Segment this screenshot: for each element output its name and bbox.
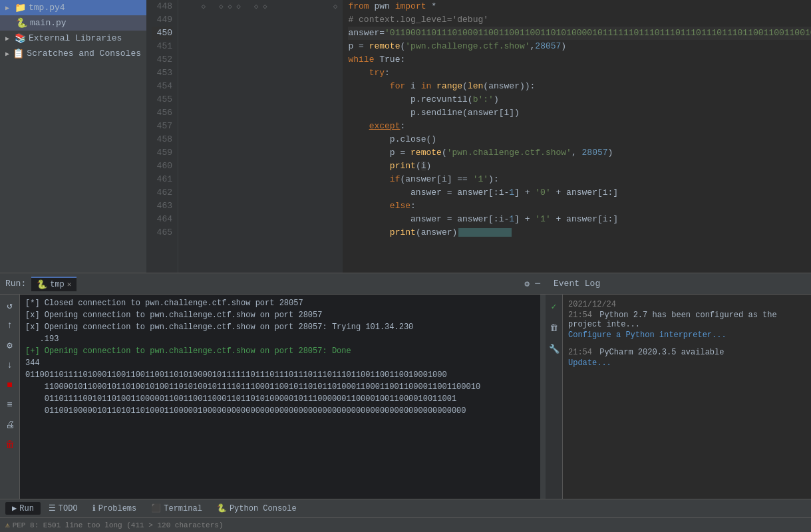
- output-line: 344: [25, 357, 535, 369]
- output-line: 0110010000010110101101000110000010000000…: [25, 405, 535, 417]
- event-entry: 2021/12/24 21:54 Python 2.7 has been con…: [568, 300, 806, 340]
- sidebar-item-scratches[interactable]: ▶ 📋 Scratches and Consoles: [0, 46, 146, 61]
- code-line-461: if(answer[i] == '1'):: [348, 173, 811, 186]
- terminal-icon: ⬛: [151, 503, 161, 513]
- gutter-item: [298, 3, 303, 11]
- code-text: answer = answer[:i-1] + '1' + answer[i:]: [348, 213, 618, 226]
- event-row: 21:54 Python 2.7 has been configured as …: [568, 311, 806, 329]
- run-body: ↺ ↑ ⚙ ↓ ■ ≡ 🖨 🗑 [*] Closed connection to…: [0, 295, 546, 499]
- code-line-450: answer='01100011011101000110011001100110…: [348, 27, 811, 40]
- sidebar-item-label: main.py: [30, 18, 67, 28]
- run-header-icons: ⚙ ─: [524, 279, 540, 289]
- code-text: from pwn import *: [348, 0, 436, 13]
- python-icon: 🐍: [37, 279, 47, 290]
- output-line: 0110111100101101001100000110011001100011…: [25, 393, 535, 405]
- sidebar: ▶ 📁 tmp.py4 🐍 main.py ▶ 📚 External Libra…: [0, 0, 146, 273]
- gutter-item: [245, 3, 250, 11]
- sidebar-item-tmp-py4[interactable]: ▶ 📁 tmp.py4: [0, 0, 146, 15]
- gutter-item: ◇: [228, 3, 232, 11]
- line-number: 465: [152, 226, 172, 239]
- code-text: answer = answer[:i-1] + '0' + answer[i:]: [348, 186, 618, 200]
- delete-button[interactable]: 🗑: [2, 437, 18, 453]
- code-line-458: p.close(): [348, 133, 811, 146]
- line-number: 462: [152, 186, 172, 200]
- output-line: 1100001011000101101001010011010100101111…: [25, 381, 535, 393]
- status-bar: ⚠ PEP 8: E501 line too long (411 > 120 c…: [0, 517, 811, 532]
- gutter-item: [307, 3, 311, 11]
- code-line-460: print(i): [348, 160, 811, 173]
- sidebar-item-label: External Libraries: [29, 33, 122, 43]
- code-line-452: while True:: [348, 53, 811, 66]
- line-number: 448: [152, 0, 172, 13]
- line-number: 451: [152, 40, 172, 53]
- event-log-body: 2021/12/24 21:54 Python 2.7 has been con…: [563, 295, 811, 499]
- settings-button[interactable]: ⚙: [2, 337, 18, 353]
- scroll-down-button[interactable]: ↓: [2, 357, 18, 373]
- line-number: 460: [152, 160, 172, 173]
- delete-log-button[interactable]: 🗑: [546, 320, 562, 336]
- print-button[interactable]: 🖨: [2, 417, 18, 433]
- configure-interpreter-link[interactable]: Configure a Python interpreter...: [568, 331, 806, 340]
- code-text: print(answer): [348, 226, 512, 239]
- line-number: 455: [152, 93, 172, 106]
- code-line-455: p.recvuntil(b':'): [348, 93, 811, 106]
- arrow-icon: ▶: [5, 50, 11, 58]
- stop-button[interactable]: ■: [2, 377, 18, 393]
- gutter-item: [271, 3, 276, 11]
- gutter-item: ◇: [333, 3, 338, 11]
- tab-run[interactable]: ▶ Run: [5, 502, 41, 515]
- bottom-panel: Run: 🐍 tmp ✕ ⚙ ─ ↺ ↑ ⚙ ↓ ■ ≡ 🖨 🗑: [0, 273, 811, 499]
- event-row: 21:54 PyCharm 2020.3.5 available: [568, 348, 806, 357]
- gutter-item: ◇: [263, 3, 267, 11]
- scroll-up-button[interactable]: ↑: [2, 317, 18, 333]
- code-editor[interactable]: from pwn import * # context.log_level='d…: [343, 0, 811, 273]
- gutter-item: [192, 3, 197, 11]
- code-text: for i in range(len(answer)):: [348, 80, 535, 93]
- run-toolbar: ↺ ↑ ⚙ ↓ ■ ≡ 🖨 🗑: [0, 295, 20, 499]
- settings-log-button[interactable]: 🔧: [546, 341, 562, 357]
- settings-icon[interactable]: ⚙: [524, 279, 530, 289]
- event-time: 21:54: [568, 311, 592, 320]
- code-content: 448 449 450 451 452 453 454 455 456 457 …: [146, 0, 811, 273]
- event-text: Python 2.7 has been configured as the pr…: [568, 311, 777, 329]
- event-log-toolbar: ✓ 🗑 🔧: [546, 295, 563, 499]
- minimize-icon[interactable]: ─: [535, 279, 540, 289]
- list-button[interactable]: ≡: [2, 397, 18, 413]
- editor-area: 448 449 450 451 452 453 454 455 456 457 …: [146, 0, 811, 273]
- line-number: 463: [152, 200, 172, 213]
- code-text: p.recvuntil(b':'): [348, 93, 498, 106]
- folder-icon: 📁: [15, 2, 26, 13]
- close-icon[interactable]: ✕: [67, 280, 72, 289]
- event-text: PyCharm 2020.3.5 available: [599, 348, 724, 357]
- tab-python-console[interactable]: 🐍 Python Console: [210, 502, 303, 515]
- gutter-item: [184, 3, 188, 11]
- code-line-462: answer = answer[:i-1] + '0' + answer[i:]: [348, 186, 811, 200]
- run-tab-tmp[interactable]: 🐍 tmp ✕: [31, 277, 77, 291]
- rerun-button[interactable]: ↺: [2, 297, 18, 313]
- output-line: 0110011011110100011001100110011010100001…: [25, 369, 535, 381]
- sidebar-item-main-py[interactable]: 🐍 main.py: [0, 15, 146, 31]
- arrow-icon: ▶: [5, 4, 13, 12]
- event-log-header: Event Log: [546, 273, 811, 295]
- line-number: 453: [152, 66, 172, 80]
- problems-icon: ℹ: [92, 503, 96, 513]
- update-link[interactable]: Update...: [568, 358, 806, 368]
- line-numbers: 448 449 450 451 452 453 454 455 456 457 …: [146, 0, 178, 273]
- run-icon: ▶: [12, 503, 17, 513]
- gutter: ◇ ◇ ◇ ◇ ◇ ◇ ◇: [178, 0, 343, 273]
- output-line: [x] Opening connection to pwn.challenge.…: [25, 309, 535, 321]
- check-icon[interactable]: ✓: [546, 299, 562, 315]
- code-line-457: except:: [348, 120, 811, 133]
- output-line-success: [+] Opening connection to pwn.challenge.…: [25, 345, 535, 357]
- gutter-item: ◇: [219, 3, 224, 11]
- sidebar-item-external-libraries[interactable]: ▶ 📚 External Libraries: [0, 31, 146, 46]
- tab-problems[interactable]: ℹ Problems: [86, 502, 144, 515]
- event-log-panel: Event Log ✓ 🗑 🔧 2021/12/24 21:54 Python …: [546, 273, 811, 499]
- line-number: 461: [152, 173, 172, 186]
- gutter-item: [281, 3, 285, 11]
- scrollbar[interactable]: [540, 295, 546, 499]
- tab-terminal[interactable]: ⬛ Terminal: [144, 502, 209, 515]
- code-text: print(i): [348, 160, 431, 173]
- tab-todo[interactable]: ☰ TODO: [42, 502, 84, 515]
- event-date: 2021/12/24: [568, 300, 806, 309]
